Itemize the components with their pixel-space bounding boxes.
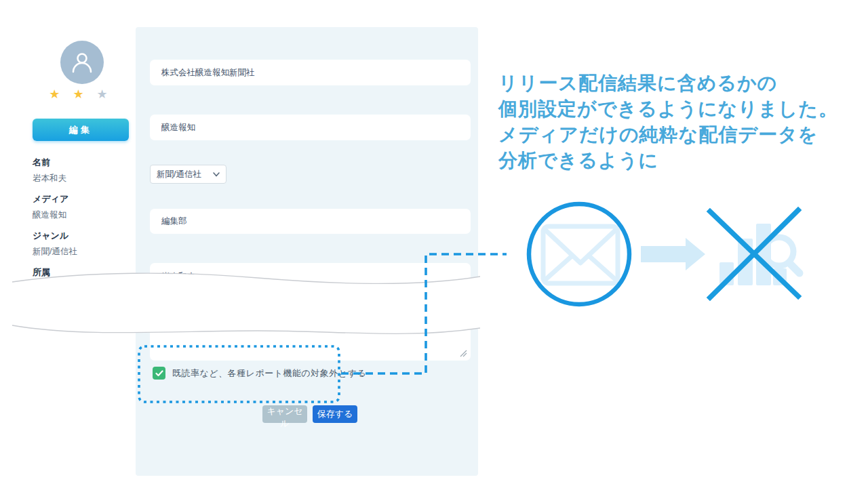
crossed-out-report-icon bbox=[710, 210, 800, 298]
company-name-input[interactable] bbox=[150, 60, 471, 85]
resize-grip-icon[interactable] bbox=[460, 350, 467, 357]
rating-stars[interactable]: ★ ★ ★ bbox=[33, 87, 129, 102]
genre-select[interactable]: 新聞/通信社 bbox=[150, 165, 226, 184]
person-icon bbox=[68, 49, 96, 76]
sidebar-media-label: メディア bbox=[33, 193, 134, 205]
sidebar-genre-value: 新聞/通信社 bbox=[33, 246, 134, 258]
chevron-down-icon bbox=[213, 172, 220, 177]
save-button[interactable]: 保存する bbox=[313, 405, 357, 423]
sidebar-media-value: 醸造報知 bbox=[33, 209, 134, 221]
sidebar-genre-label: ジャンル bbox=[33, 230, 134, 242]
magnifier-icon bbox=[765, 237, 800, 273]
report-exclude-row: 既読率など、各種レポート機能の対象外とする bbox=[153, 367, 366, 380]
memo-textarea[interactable] bbox=[150, 306, 471, 361]
person-name-input[interactable] bbox=[150, 263, 471, 290]
media-name-input[interactable] bbox=[150, 115, 471, 140]
arrow-right-icon bbox=[641, 238, 705, 270]
report-exclude-label: 既読率など、各種レポート機能の対象外とする bbox=[172, 367, 366, 380]
sidebar-name-value: 岩本和夫 bbox=[33, 173, 134, 184]
sidebar-phone-value: 03-1234-1234 bbox=[33, 298, 134, 308]
cancel-button[interactable]: キャンセル bbox=[262, 405, 307, 423]
star-icon[interactable]: ★ bbox=[97, 87, 113, 101]
sidebar-name-label: 名前 bbox=[33, 157, 134, 169]
department-input[interactable] bbox=[150, 209, 471, 234]
sidebar-affiliation-label: 所属 bbox=[33, 266, 134, 279]
sidebar-affiliation-value: 株式会社醸造報知新聞社編集部 bbox=[33, 283, 134, 294]
star-icon[interactable]: ★ bbox=[49, 87, 64, 101]
star-icon[interactable]: ★ bbox=[73, 87, 88, 101]
checkmark-icon bbox=[155, 370, 163, 377]
report-exclude-checkbox[interactable] bbox=[153, 367, 165, 380]
feature-annotation-text: リリース配信結果に含めるかの 個別設定ができるようになりました。 メディアだけの… bbox=[498, 70, 838, 174]
avatar bbox=[60, 41, 104, 84]
genre-select-value: 新聞/通信社 bbox=[157, 169, 213, 180]
edit-button[interactable]: 編集 bbox=[33, 119, 129, 141]
envelope-in-circle-icon bbox=[529, 204, 629, 304]
cross-x-icon bbox=[710, 210, 798, 298]
